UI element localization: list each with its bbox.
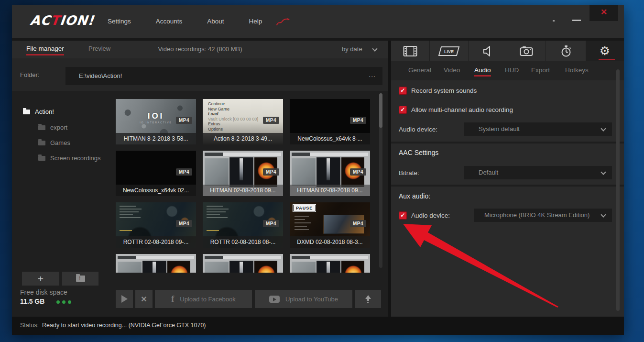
upload-facebook-button[interactable]: f Upload to Facebook (155, 290, 252, 308)
format-badge: MP4 (176, 168, 192, 176)
video-thumbnail[interactable] (203, 254, 283, 273)
tab-hotkeys[interactable]: Hotkeys (565, 66, 589, 74)
format-badge: MP4 (263, 168, 279, 176)
signature-pen-icon[interactable] (276, 17, 290, 29)
browse-button[interactable]: ... (369, 67, 376, 85)
sidebar-item-action-root[interactable]: Action! (23, 108, 54, 115)
tab-export[interactable]: Export (531, 66, 550, 74)
tab-preview[interactable]: Preview (88, 45, 110, 52)
bitrate-dropdown[interactable]: Default (464, 166, 612, 179)
audio-device-dropdown[interactable]: System default (464, 122, 612, 136)
record-system-sounds-checkbox[interactable]: ✓ (399, 87, 407, 95)
format-badge: MP4 (176, 117, 192, 124)
export-upload-button[interactable] (355, 290, 381, 308)
free-disk-space-value: 11.5 GB (20, 298, 44, 305)
game-menu-text: Continue New Game Load Vault Unlock [00 … (208, 101, 258, 132)
menu-accounts[interactable]: Accounts (156, 18, 183, 25)
video-thumbnail[interactable]: PAUSE MP4 DXMD 02-08-2018 08-3... (290, 202, 370, 248)
tab-audio-mode[interactable] (469, 41, 507, 61)
thumbnail-image (203, 254, 283, 273)
format-badge: MP4 (350, 168, 366, 176)
video-thumbnail[interactable]: IOI IO INTERACTIVE MP4 HITMAN 8-2-2018 3… (116, 99, 196, 144)
tab-recorder[interactable] (391, 41, 429, 61)
aux-audio-device-checkbox[interactable]: ✓ (399, 211, 407, 220)
sort-by-dropdown[interactable]: by date (342, 45, 362, 53)
video-thumbnail[interactable]: MP4 NewColossus_x64vk 02... (116, 151, 196, 196)
video-thumbnail[interactable]: Continue New Game Load Vault Unlock [00 … (203, 99, 283, 144)
tray-minimize-button[interactable] (553, 20, 555, 22)
file-manager-panel: Video recordings: 42 (800 MB) File manag… (12, 41, 388, 317)
folder-icon (38, 156, 45, 161)
sidebar-item-screen-recordings[interactable]: Screen recordings (38, 154, 101, 162)
minimize-button[interactable] (572, 20, 581, 21)
facebook-icon: f (171, 294, 174, 304)
speaker-icon (482, 45, 493, 57)
upload-youtube-button[interactable]: Upload to YouTube (255, 290, 352, 308)
pause-overlay-text: PAUSE (293, 205, 316, 211)
format-badge: MP4 (350, 220, 366, 227)
live-icon: LIVE (438, 46, 460, 56)
settings-panel: LIVE (391, 41, 624, 317)
folder-row: Folder: E:\video\Action! ... (12, 58, 388, 91)
sidebar-item-export[interactable]: export (38, 124, 67, 131)
grid-scrollbar-thumb[interactable] (379, 93, 382, 128)
play-button[interactable] (116, 290, 133, 308)
open-export-folder-button[interactable] (62, 272, 98, 286)
tab-file-manager[interactable]: File manager (26, 45, 64, 52)
video-thumbnail[interactable]: MP4 ROTTR 02-08-2018 08-... (203, 202, 283, 248)
video-thumbnail[interactable]: MP4 NewColossus_x64vk 8-... (290, 99, 370, 144)
format-badge: MP4 (263, 220, 279, 227)
menu-about[interactable]: About (207, 18, 224, 25)
disk-space-indicator (56, 300, 71, 304)
close-button[interactable]: ✕ (589, 5, 618, 21)
tab-hud[interactable]: HUD (505, 66, 519, 74)
thumbnail-label: Action 8-2-2018 3-49... (203, 133, 283, 144)
folder-icon (38, 125, 45, 130)
delete-button[interactable]: ✕ (135, 290, 153, 308)
tab-screenshot[interactable] (507, 41, 546, 61)
chevron-down-icon (600, 169, 606, 175)
add-folder-button[interactable]: + (22, 272, 59, 286)
tab-benchmark[interactable] (546, 41, 586, 61)
settings-scrollbar[interactable] (616, 69, 620, 311)
plus-icon: + (38, 274, 44, 284)
video-thumbnail[interactable]: MP4 ROTTR 02-08-2018 09-... (116, 202, 196, 248)
video-thumbnail[interactable]: MP4 HITMAN 02-08-2018 09... (203, 151, 283, 196)
menu-settings[interactable]: Settings (108, 18, 131, 25)
thumbnail-label: HITMAN 02-08-2018 09... (203, 185, 283, 196)
main-menu: Settings Accounts About Help (108, 5, 262, 38)
aux-audio-device-dropdown[interactable]: Microphone (BRIO 4K Stream Edition) (474, 209, 612, 222)
video-thumbnail[interactable]: MP4 HITMAN 02-08-2018 09... (290, 151, 370, 196)
thumbnail-image (116, 254, 196, 273)
multi-channel-checkbox[interactable]: ✓ (399, 106, 407, 114)
thumbnail-image (290, 254, 370, 273)
tree-label: Games (50, 139, 70, 146)
settings-gear-icon: ⚙ (600, 45, 610, 57)
menu-help[interactable]: Help (249, 18, 262, 25)
aux-audio-heading: Aux audio: (399, 192, 430, 200)
title-bar[interactable]: ACTION! Settings Accounts About Help ✕ (12, 5, 624, 38)
tab-general[interactable]: General (408, 66, 431, 74)
tab-video[interactable]: Video (444, 66, 460, 74)
settings-subtabs: General Video Audio HUD Export Hotkeys (391, 61, 624, 80)
thumbnail-label: DXMD 02-08-2018 08-3... (290, 236, 370, 248)
svg-text:LIVE: LIVE (444, 49, 454, 54)
active-tab-underline (599, 59, 615, 60)
folder-icon (23, 110, 30, 114)
audio-device-label: Audio device: (399, 126, 437, 133)
format-badge: MP4 (350, 117, 366, 124)
logo-text: ION! (59, 13, 95, 28)
tree-label: Screen recordings (50, 154, 101, 162)
tab-audio[interactable]: Audio (474, 66, 491, 74)
folder-path-input[interactable]: E:\video\Action! ... (65, 67, 382, 85)
play-icon (121, 295, 128, 303)
file-manager-header: Video recordings: 42 (800 MB) File manag… (12, 41, 388, 58)
tab-settings[interactable]: ⚙ (586, 41, 624, 61)
grid-scrollbar[interactable] (379, 93, 382, 268)
sidebar-item-games[interactable]: Games (38, 139, 70, 146)
video-thumbnail[interactable] (290, 254, 370, 273)
video-thumbnail[interactable] (116, 254, 196, 273)
tab-live-streaming[interactable]: LIVE (430, 41, 468, 61)
status-bar: Status: Ready to start video recording..… (12, 317, 624, 335)
section-divider (391, 185, 624, 187)
